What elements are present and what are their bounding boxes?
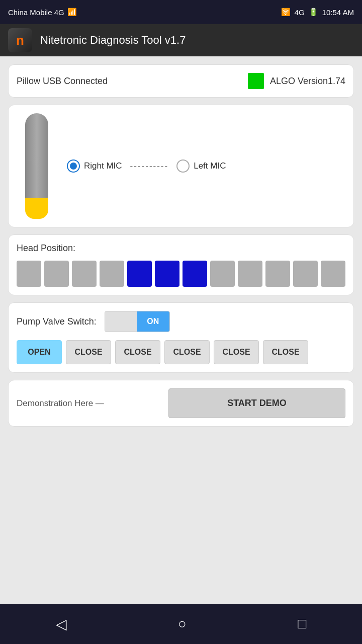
recent-button[interactable]: □ xyxy=(286,612,318,636)
valve-btn-0[interactable]: OPEN xyxy=(17,340,62,364)
right-mic-radio[interactable] xyxy=(67,159,80,173)
status-right: 🛜 4G 🔋 10:54 AM xyxy=(281,8,354,17)
home-button[interactable]: ○ xyxy=(166,612,199,636)
connection-label: Pillow USB Connected xyxy=(17,76,242,87)
valve-btn-1[interactable]: CLOSE xyxy=(66,340,111,364)
mic-section: Right MIC ---------- Left MIC xyxy=(17,113,345,219)
back-button[interactable]: ◁ xyxy=(44,612,79,636)
connected-indicator xyxy=(248,73,264,89)
valve-btn-3[interactable]: CLOSE xyxy=(164,340,210,364)
pump-label: Pump Valve Switch: xyxy=(17,316,97,327)
valve-btn-4[interactable]: CLOSE xyxy=(214,340,259,364)
left-mic-label: Left MIC xyxy=(194,161,226,171)
start-demo-button[interactable]: START DEMO xyxy=(168,388,345,418)
demo-row: Demonstration Here — START DEMO xyxy=(17,388,345,418)
app-icon: n xyxy=(8,28,32,52)
signal-icon: 4G xyxy=(295,8,305,17)
demo-card: Demonstration Here — START DEMO xyxy=(8,380,354,427)
main-content: Pillow USB Connected ALGO Version1.74 Ri… xyxy=(0,56,362,604)
toggle-on-side[interactable]: ON xyxy=(137,311,169,332)
right-mic-radio-inner xyxy=(70,163,77,170)
algo-version: ALGO Version1.74 xyxy=(270,76,345,87)
left-mic-radio[interactable] xyxy=(176,159,190,173)
carrier-text: China Mobile 4G xyxy=(8,8,64,17)
right-mic-label: Right MIC xyxy=(84,161,122,171)
valve-btn-2[interactable]: CLOSE xyxy=(115,340,160,364)
pos-block-3[interactable] xyxy=(100,261,124,287)
nav-bar: ◁ ○ □ xyxy=(0,604,362,644)
pos-block-2[interactable] xyxy=(72,261,97,287)
sim-icon: 📶 xyxy=(67,8,77,17)
app-icon-letter: n xyxy=(16,33,24,48)
demo-label: Demonstration Here — xyxy=(17,398,160,409)
battery-icon: 🔋 xyxy=(309,8,318,17)
status-bar: China Mobile 4G 📶 🛜 4G 🔋 10:54 AM xyxy=(0,0,362,24)
pos-block-5[interactable] xyxy=(155,261,179,287)
pos-block-8[interactable] xyxy=(238,261,262,287)
pos-block-4[interactable] xyxy=(127,261,152,287)
toggle-off-side xyxy=(105,311,137,332)
pos-block-6[interactable] xyxy=(183,261,207,287)
app-title: Nitetronic Diagnosis Tool v1.7 xyxy=(40,34,186,47)
valve-btn-5[interactable]: CLOSE xyxy=(263,340,308,364)
pillow-shape xyxy=(25,113,48,219)
head-position-label: Head Position: xyxy=(17,243,345,254)
mic-dashes: ---------- xyxy=(130,161,169,171)
position-blocks xyxy=(17,261,345,287)
mic-card: Right MIC ---------- Left MIC xyxy=(8,105,354,227)
pump-toggle[interactable]: ON xyxy=(105,311,170,332)
pos-block-10[interactable] xyxy=(293,261,318,287)
mic-controls: Right MIC ---------- Left MIC xyxy=(57,159,345,173)
pos-block-7[interactable] xyxy=(210,261,235,287)
left-mic-option[interactable]: Left MIC xyxy=(176,159,226,173)
app-bar: n Nitetronic Diagnosis Tool v1.7 xyxy=(0,24,362,56)
pos-block-9[interactable] xyxy=(265,261,290,287)
connection-row: Pillow USB Connected ALGO Version1.74 xyxy=(17,73,345,89)
pos-block-11[interactable] xyxy=(321,261,345,287)
time-text: 10:54 AM xyxy=(322,8,354,17)
valve-buttons: OPENCLOSECLOSECLOSECLOSECLOSE xyxy=(17,340,345,364)
wifi-icon: 🛜 xyxy=(281,8,291,17)
pillow-top xyxy=(25,113,48,198)
right-mic-option[interactable]: Right MIC xyxy=(67,159,122,173)
pump-valve-card: Pump Valve Switch: ON OPENCLOSECLOSECLOS… xyxy=(8,302,354,373)
pillow-graphic xyxy=(17,113,57,219)
pillow-bottom xyxy=(25,198,48,219)
pos-block-0[interactable] xyxy=(17,261,41,287)
head-position-card: Head Position: xyxy=(8,234,354,295)
pos-block-1[interactable] xyxy=(44,261,69,287)
status-left: China Mobile 4G 📶 xyxy=(8,8,77,17)
pump-header: Pump Valve Switch: ON xyxy=(17,311,345,332)
connection-card: Pillow USB Connected ALGO Version1.74 xyxy=(8,64,354,98)
